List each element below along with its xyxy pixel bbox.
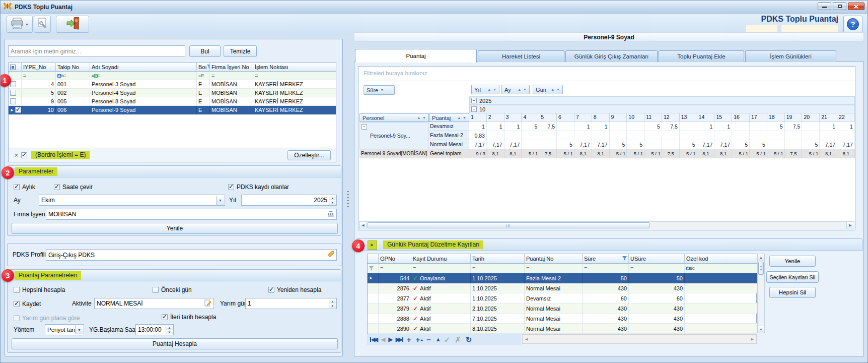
filter-funnel-icon[interactable] [368,264,379,273]
pivot-row-group-cell[interactable]: − Personel-9 Soy... [359,122,428,149]
filter-cell[interactable]: = [379,264,411,273]
nav-insert[interactable]: + [407,336,412,343]
column-header-3[interactable]: Tarih [471,254,525,264]
nav-last[interactable]: ▶▶ [396,337,403,342]
table-row[interactable]: 2876✓Aktif1.10.2025Normal Mesai430430 [368,283,756,293]
column-header-1[interactable]: GPNo [379,254,411,264]
table-row[interactable]: 9005Personel-8 SoyadEMOBİSANKAYSERİ MERK… [9,97,336,106]
filter-cell[interactable]: = [629,264,685,273]
daily-grid-vertical-scrollbar[interactable]: ▲ ▼ [757,254,765,333]
calc-puantaj-button[interactable]: Puantaj Hesapla [12,338,338,349]
pivot-month-group[interactable]: −10 [469,105,855,113]
tab-4[interactable]: Toplu Puantaj Ekle [659,50,744,62]
monthly-checkbox[interactable]: Aylık [14,183,35,191]
bank-icon[interactable] [327,210,334,218]
table-row[interactable]: 2890✓Aktif8.10.2025Normal Mesai430430 [368,324,756,334]
pivot-day-column-header[interactable]: 9 [610,113,627,122]
filter-cell[interactable]: ABC [685,264,757,273]
filter-active-checkbox[interactable] [21,152,27,158]
column-header-2[interactable]: Takip No [56,63,90,72]
filter-cell[interactable]: = [253,72,336,80]
pivot-day-column-header[interactable]: 8 [592,113,610,122]
grid-filter-row[interactable]: =ABCABC= E== [9,72,336,80]
pivot-day-column-header[interactable]: 20 [802,113,820,122]
forward-date-checkbox[interactable]: İleri tarih hesapla [162,313,216,321]
save-checkbox[interactable]: Kaydet [14,300,41,308]
column-header-5[interactable]: Süre [583,254,629,264]
convert-hours-checkbox[interactable]: Saate çevir [54,183,93,191]
pivot-field-sure[interactable]: Süre▼ [364,85,395,95]
row-select-cell[interactable] [368,283,379,293]
recalc-checkbox[interactable]: Yeniden hesapla [268,286,321,293]
tab-3[interactable]: Günlük Giriş Çıkış Zamanları [565,50,658,62]
chevron-down-icon[interactable]: ▼ [216,196,224,205]
collapse-section-button[interactable]: « [368,240,377,250]
scroll-left-icon[interactable]: ◀ [359,222,367,229]
minimize-button[interactable] [818,3,831,10]
pivot-day-column-header[interactable]: 1 [469,113,487,122]
pivot-day-column-header[interactable]: 18 [767,113,785,122]
collapse-minus-icon[interactable]: − [361,124,367,130]
restore-button[interactable] [833,3,846,10]
spinner-arrows-icon[interactable]: ▲▼ [166,325,173,334]
tab-1[interactable]: Puantaj [355,49,477,63]
nav-delete[interactable]: − [426,336,432,343]
panel-splitter[interactable] [347,191,349,209]
filter-cell[interactable]: = [583,264,629,273]
pivot-field-personel[interactable]: Personel▲▼ [359,113,429,122]
row-select-cell[interactable] [9,97,22,106]
customize-button[interactable]: Özelleştir... [287,150,331,160]
pivot-field-yil[interactable]: Yıl▲▼ [471,85,499,94]
method-combobox[interactable]: Periyot tan▼ [45,324,84,335]
column-header-7[interactable]: Özel kod [685,254,757,264]
filter-cell[interactable]: ABC [56,72,90,80]
delete-selected-button[interactable]: Seçilen Kayıtları Sil [766,271,819,283]
spinner-arrows-icon[interactable]: ▲▼ [329,196,336,205]
row-select-cell[interactable] [9,89,22,97]
pdks-records-checkbox[interactable]: PDKS kaydı olanlar [228,183,289,191]
filter-funnel-icon[interactable] [622,256,627,262]
scrollbar-thumb[interactable] [368,222,649,228]
nav-refresh[interactable]: ↻ [466,336,473,343]
column-header-6[interactable]: USüre [629,254,685,264]
remove-filter-icon[interactable]: × [15,152,18,159]
row-checkbox[interactable] [15,107,21,113]
table-row[interactable]: 5002Personel-4 SoyadEMOBİSANKAYSERİ MERK… [9,89,336,97]
print-button[interactable]: ▼ [7,16,33,33]
pivot-day-column-header[interactable]: 19 [785,113,803,122]
column-header-1[interactable]: IYPE_No [22,63,56,72]
pdks-profile-input[interactable]: Giriş-Çıkış PDKS [46,249,337,261]
edit-icon[interactable] [204,299,211,308]
column-header-4[interactable]: Boı [197,63,210,72]
refresh-button[interactable]: Yenile [12,223,338,234]
activity-input[interactable]: NORMAL MESAİ [94,298,214,309]
half-day-spinner[interactable]: 1 ▲▼ [245,298,337,309]
filter-cell[interactable]: = E [197,72,210,80]
prev-day-checkbox[interactable]: Önceki gün [153,286,192,293]
pivot-day-column-header[interactable]: 10 [627,113,644,122]
print-settings-button[interactable] [34,16,51,33]
table-row[interactable]: 2888✓Aktif7.10.2025Normal Mesai430430 [368,314,756,324]
pivot-row-header[interactable]: Normal Mesai [428,140,469,149]
grid-filter-row[interactable]: ======ABC [368,264,756,273]
tab-2[interactable]: Hareket Listesi [478,50,564,62]
daily-grid-horizontal-scrollbar[interactable]: ◀ ▶ [522,334,757,344]
month-combobox[interactable]: Ekim▼ [39,195,225,206]
pivot-day-column-header[interactable]: 17 [750,113,767,122]
daily-refresh-button[interactable]: Yenile [769,256,816,267]
pivot-field-puantaj[interactable]: Puantaj▲▼ [429,113,469,122]
row-checkbox[interactable] [10,90,16,96]
select-all-checkbox[interactable] [9,63,22,72]
print-dropdown-caret[interactable]: ▼ [25,23,29,26]
pivot-row-header[interactable]: Fazla Mesai-2 [428,131,469,140]
nav-insert-child[interactable]: ++ [416,336,423,343]
scroll-down-icon[interactable]: ▼ [758,326,764,333]
row-checkbox[interactable] [10,98,16,104]
filter-cell[interactable]: = [210,72,253,80]
chevron-down-icon[interactable]: ▼ [463,116,466,119]
help-button[interactable]: ? [843,16,862,34]
year-spinner[interactable]: 2025 ▲▼ [241,195,337,206]
column-header-5[interactable]: Firma İşyeri No [210,63,253,72]
chevron-down-icon[interactable]: ▼ [422,116,426,119]
filter-cell[interactable]: = [525,264,583,273]
